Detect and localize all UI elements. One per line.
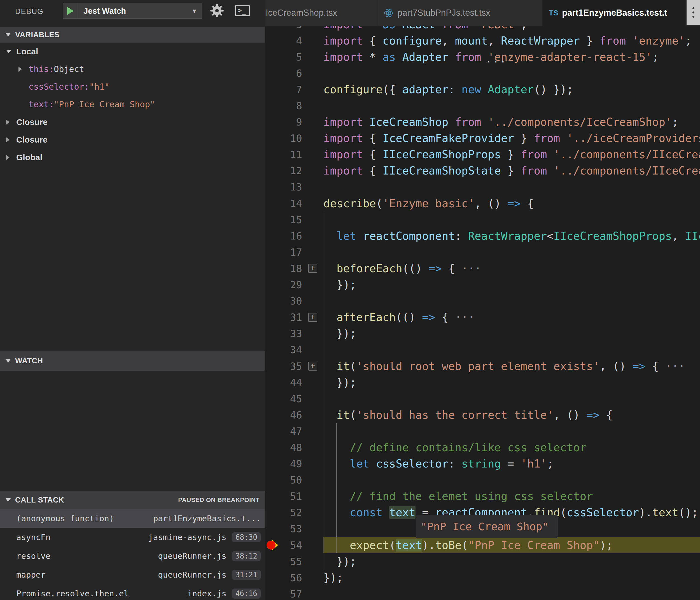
variable-name: cssSelector: (29, 82, 89, 92)
gutter-margin (265, 504, 278, 521)
code-line-14: 14describe('Enzyme basic', () => { (265, 195, 700, 212)
fold-expand-icon[interactable]: + (308, 362, 317, 370)
gutter-margin (265, 49, 278, 65)
line-number: 57 (278, 588, 302, 600)
gutter-margin (265, 97, 278, 114)
code-line-54: 54 expect(text).toBe("PnP Ice Cream Shop… (265, 537, 700, 553)
code-text (323, 97, 700, 114)
code-text (323, 179, 700, 195)
line-number: 48 (278, 442, 302, 453)
debug-toolbar: DEBUG Jest Watch ▼ (0, 0, 265, 27)
chevron-down-icon: ▼ (192, 8, 197, 14)
chevron-collapsed-icon (6, 120, 16, 125)
code-text (323, 390, 700, 407)
code-text: configure({ adapter: new Adapter() }); (323, 81, 700, 97)
code-text (323, 472, 700, 488)
editor-tab[interactable]: TSpart1EnzymeBasics.test.t (543, 0, 686, 26)
chevron-expanded-icon (6, 50, 16, 53)
line-number: 47 (278, 426, 302, 437)
editor-more-actions-button[interactable] (686, 0, 700, 25)
variable-name: this: (29, 64, 54, 74)
gutter-margin (265, 423, 278, 439)
scope-row-closure[interactable]: Closure (0, 131, 265, 148)
line-number: 52 (278, 507, 302, 518)
code-text: let cssSelector: string = 'h1'; (323, 456, 700, 472)
call-stack-frame[interactable]: asyncFnjasmine-async.js68:30 (0, 528, 265, 547)
code-line-17: 17 (265, 244, 700, 260)
call-stack-frame[interactable]: mapperqueueRunner.js31:21 (0, 565, 265, 584)
call-stack-frame[interactable]: resolvequeueRunner.js38:12 (0, 547, 265, 565)
code-area[interactable]: 3import * as React from 'react';4import … (265, 16, 700, 600)
gutter-margin (265, 553, 278, 570)
line-number: 17 (278, 246, 302, 258)
code-line-33: 33 }); (265, 326, 700, 342)
call-stack-frame[interactable]: (anonymous function)part1EnzymeBasics.t.… (0, 509, 265, 528)
frame-position-badge: 31:21 (232, 570, 261, 580)
variable-row[interactable]: this: Object (0, 60, 265, 78)
call-stack-section: CALL STACK PAUSED ON BREAKPOINT (anonymo… (0, 491, 265, 600)
line-number: 56 (278, 572, 302, 583)
editor-tab[interactable]: part7StubPnPJs.test.tsx (377, 0, 543, 26)
debug-hover-tooltip: "PnP Ice Cream Shop" (416, 515, 557, 538)
editor-tab[interactable]: IceCreamShop.tsx (265, 0, 377, 26)
fold-gutter: + (302, 362, 323, 370)
scope-row-closure[interactable]: Closure (0, 113, 265, 131)
gutter-margin (265, 163, 278, 179)
gutter-margin (265, 179, 278, 195)
scope-label: Closure (16, 135, 48, 145)
code-text: let reactComponent: ReactWrapper<IIceCre… (323, 228, 700, 244)
breakpoint-gutter[interactable] (265, 537, 278, 553)
code-line-13: 13 (265, 179, 700, 195)
gutter-margin (265, 228, 278, 244)
section-collapse-icon (6, 359, 10, 362)
variable-row[interactable]: text: "PnP Ice Cream Shop" (0, 96, 265, 113)
fold-expand-icon[interactable]: + (308, 264, 317, 273)
call-stack-section-header[interactable]: CALL STACK PAUSED ON BREAKPOINT (0, 491, 265, 509)
section-title: VARIABLES (15, 30, 60, 39)
code-text: }); (323, 374, 700, 390)
line-number: 12 (278, 165, 302, 176)
line-number: 30 (278, 295, 302, 307)
gutter-margin (265, 374, 278, 390)
line-number: 15 (278, 214, 302, 225)
line-number: 35 (278, 360, 302, 372)
code-text (323, 342, 700, 358)
frame-position-badge: 38:12 (232, 551, 261, 561)
code-text: import { IceCreamFakeProvider } from '..… (323, 130, 700, 146)
line-number: 50 (278, 474, 302, 486)
variable-row[interactable]: cssSelector: "h1" (0, 78, 265, 96)
chevron-collapsed-icon (6, 137, 16, 142)
breakpoint-paused-icon[interactable] (265, 537, 278, 553)
line-number: 54 (278, 539, 302, 551)
variable-value: "h1" (89, 82, 109, 92)
code-line-49: 49 let cssSelector: string = 'h1'; (265, 456, 700, 472)
gutter-margin (265, 390, 278, 407)
gutter-margin (265, 407, 278, 423)
line-number: 44 (278, 377, 302, 388)
fold-expand-icon[interactable]: + (308, 313, 317, 322)
debug-config-dropdown[interactable]: Jest Watch ▼ (63, 3, 202, 19)
variables-section-header[interactable]: VARIABLES (0, 27, 265, 43)
line-number: 51 (278, 490, 302, 502)
gutter-margin (265, 32, 278, 49)
watch-section-header[interactable]: WATCH (0, 351, 265, 370)
line-number: 33 (278, 328, 302, 339)
code-text: }); (323, 553, 700, 570)
call-stack-list: (anonymous function)part1EnzymeBasics.t.… (0, 509, 265, 600)
start-debugging-icon[interactable] (67, 7, 74, 15)
line-number: 8 (278, 100, 302, 112)
debug-console-icon[interactable]: >_ (235, 5, 250, 16)
scope-row-global[interactable]: Global (0, 148, 265, 166)
call-stack-frame[interactable]: Promise.resolve.then.elindex.js46:16 (0, 584, 265, 600)
code-text: describe('Enzyme basic', () => { (323, 195, 700, 212)
line-number: 14 (278, 198, 302, 209)
code-text (323, 212, 700, 228)
scope-row-local[interactable]: Local (0, 43, 265, 60)
variables-section: VARIABLES Localthis: ObjectcssSelector: … (0, 27, 265, 166)
line-number: 29 (278, 279, 302, 290)
gutter-margin (265, 488, 278, 504)
configure-gear-icon[interactable] (208, 2, 225, 19)
more-actions-dot-icon (693, 11, 694, 14)
code-line-7: 7configure({ adapter: new Adapter() }); (265, 81, 700, 97)
code-text: it('should root web part element exists'… (323, 358, 700, 374)
